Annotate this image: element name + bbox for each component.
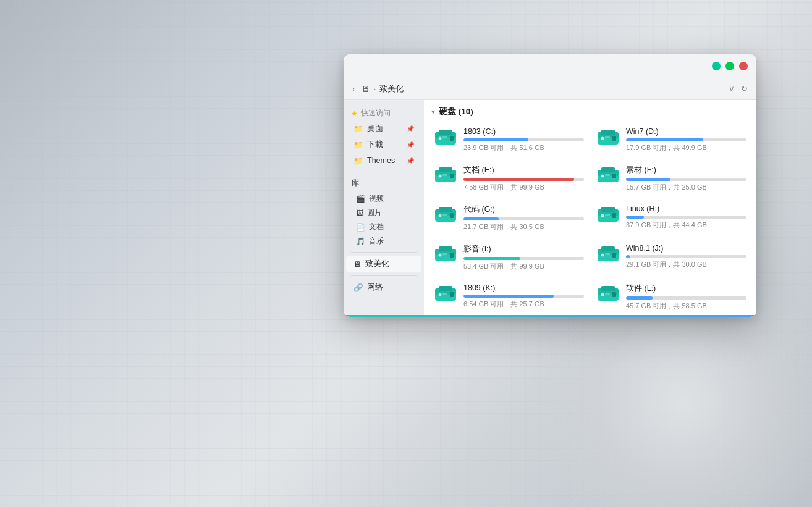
drive-item-d[interactable]: Win7 (D:)17.9 GB 可用，共 49.9 GB xyxy=(594,124,749,156)
drive-name: 文档 (E:) xyxy=(463,165,584,175)
close-button[interactable] xyxy=(739,62,748,70)
drive-size-text: 37.9 GB 可用，共 44.4 GB xyxy=(626,220,746,230)
drive-name: 1809 (K:) xyxy=(463,283,584,292)
drive-item-l[interactable]: 软件 (L:)45.7 GB 可用，共 58.5 GB xyxy=(594,280,749,314)
svg-point-16 xyxy=(439,175,442,178)
svg-rect-14 xyxy=(439,167,452,172)
sidebar-item-computer[interactable]: 🖥 致美化 xyxy=(346,256,421,272)
toolbar-actions: ∨ ↻ xyxy=(729,84,748,93)
svg-rect-11 xyxy=(605,136,610,138)
drive-item-i[interactable]: 影音 (I:)53.4 GB 可用，共 99.9 GB xyxy=(431,240,586,275)
drive-icon xyxy=(434,283,457,304)
svg-point-34 xyxy=(601,214,604,217)
section-title: 硬盘 (10) xyxy=(439,106,473,117)
sidebar-item-themes[interactable]: 📁 Themes 📌 xyxy=(346,153,421,168)
pin-icon: 📌 xyxy=(407,141,414,148)
section-arrow-icon: ▾ xyxy=(431,107,435,116)
minimize-button[interactable] xyxy=(712,62,721,70)
main-panel: ▾ 硬盘 (10) 1803 (C:)23.9 GB 可用，共 51.6 GB … xyxy=(424,100,756,315)
sidebar-divider-2 xyxy=(351,252,417,253)
drive-name: 素材 (F:) xyxy=(626,165,746,175)
drive-info: 影音 (I:)53.4 GB 可用，共 99.9 GB xyxy=(463,244,584,271)
svg-rect-35 xyxy=(605,214,610,216)
sidebar-divider xyxy=(351,172,417,172)
sidebar-item-desktop[interactable]: 📁 桌面 📌 xyxy=(346,121,421,136)
drive-bar-background xyxy=(463,295,584,298)
svg-rect-5 xyxy=(442,136,447,138)
document-icon: 📄 xyxy=(356,223,365,232)
drive-item-h[interactable]: Linux (H:)37.9 GB 可用，共 44.4 GB xyxy=(594,201,749,235)
window-bottom-bar xyxy=(344,315,756,317)
svg-rect-17 xyxy=(442,174,447,176)
location-bar[interactable]: 🖥 · 致美化 xyxy=(362,83,729,94)
sidebar-item-label: 圆片 xyxy=(367,207,382,218)
sidebar-divider-3 xyxy=(351,275,417,276)
location-separator: · xyxy=(374,84,376,93)
sidebar-item-label: 文档 xyxy=(369,222,384,232)
drive-bar-background xyxy=(463,138,584,141)
svg-rect-47 xyxy=(605,253,610,255)
sidebar-item-network[interactable]: 🔗 网络 xyxy=(346,280,421,295)
folder-icon: 📁 xyxy=(353,124,363,134)
drive-info: 代码 (G:)21.7 GB 可用，共 30.5 GB xyxy=(463,204,584,232)
drive-item-g[interactable]: 代码 (G:)21.7 GB 可用，共 30.5 GB xyxy=(431,201,586,235)
drive-info: Win8.1 (J:)29.1 GB 可用，共 30.0 GB xyxy=(626,244,746,269)
sidebar-item-label: 致美化 xyxy=(365,259,389,269)
svg-rect-9 xyxy=(612,136,616,141)
svg-rect-41 xyxy=(442,253,447,255)
svg-rect-21 xyxy=(612,174,616,178)
drive-bar-fill xyxy=(463,138,528,141)
drive-item-e[interactable]: 文档 (E:)7.58 GB 可用，共 99.9 GB xyxy=(431,161,586,196)
sidebar-item-videos[interactable]: 🎬 视频 xyxy=(344,191,424,206)
sidebar-item-label: 桌面 xyxy=(367,124,383,134)
svg-point-28 xyxy=(439,214,442,217)
drive-name: Win7 (D:) xyxy=(626,127,746,136)
quick-access-section: ★ 快速访问 xyxy=(344,106,424,120)
drive-item-f[interactable]: 素材 (F:)15.7 GB 可用，共 25.0 GB xyxy=(594,161,749,196)
drive-icon xyxy=(434,244,457,265)
drive-icon xyxy=(434,204,457,225)
maximize-button[interactable] xyxy=(725,62,734,70)
svg-rect-32 xyxy=(601,207,615,212)
drive-info: 素材 (F:)15.7 GB 可用，共 25.0 GB xyxy=(626,165,746,192)
drive-item-c[interactable]: 1803 (C:)23.9 GB 可用，共 51.6 GB xyxy=(431,124,586,156)
file-explorer-window: ‹ 🖥 · 致美化 ∨ ↻ ★ 快速访问 📁 桌面 📌 📁 xyxy=(344,54,756,317)
pin-icon: 📌 xyxy=(407,125,414,132)
section-header: ▾ 硬盘 (10) xyxy=(431,106,749,117)
drive-bar-fill xyxy=(626,255,630,258)
drive-item-j[interactable]: Win8.1 (J:)29.1 GB 可用，共 30.0 GB xyxy=(594,240,749,275)
back-button[interactable]: ‹ xyxy=(352,84,355,94)
refresh-icon[interactable]: ↻ xyxy=(741,84,748,93)
svg-rect-15 xyxy=(450,174,454,178)
sidebar-item-music[interactable]: 🎵 音乐 xyxy=(344,234,424,248)
sidebar-item-downloads[interactable]: 📁 下載 📌 xyxy=(346,137,421,153)
drive-size-text: 6.54 GB 可用，共 25.7 GB xyxy=(463,300,584,309)
drive-bar-background xyxy=(463,178,584,181)
pin-icon: 📌 xyxy=(407,157,414,164)
svg-point-52 xyxy=(439,293,442,296)
drive-bar-fill xyxy=(626,178,670,181)
svg-rect-33 xyxy=(612,213,616,218)
drive-name: Linux (H:) xyxy=(626,204,746,213)
drive-bar-background xyxy=(626,138,746,141)
drive-icon xyxy=(596,127,620,148)
svg-rect-8 xyxy=(601,130,615,135)
drive-bar-background xyxy=(626,216,746,219)
drive-bar-background xyxy=(626,296,746,300)
drive-bar-background xyxy=(626,178,746,181)
drive-item-k[interactable]: 1809 (K:)6.54 GB 可用，共 25.7 GB xyxy=(431,280,586,314)
drive-info: Linux (H:)37.9 GB 可用，共 44.4 GB xyxy=(626,204,746,230)
drive-bar-background xyxy=(463,257,584,260)
svg-rect-23 xyxy=(605,174,610,176)
sidebar-item-pictures[interactable]: 🖼 圆片 xyxy=(344,206,424,220)
svg-rect-29 xyxy=(442,214,447,216)
drive-name: 代码 (G:) xyxy=(463,204,584,215)
drive-name: 软件 (L:) xyxy=(626,283,746,294)
svg-rect-38 xyxy=(439,246,452,251)
svg-point-10 xyxy=(601,137,604,140)
chevron-down-icon[interactable]: ∨ xyxy=(729,84,735,93)
sidebar-item-documents[interactable]: 📄 文档 xyxy=(344,220,424,234)
drive-icon xyxy=(596,165,620,186)
drive-bar-fill xyxy=(463,178,574,181)
drive-icon xyxy=(596,204,620,225)
